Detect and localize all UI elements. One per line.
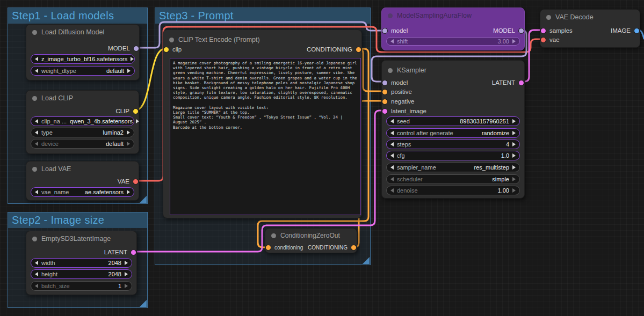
widget-arrow-right-icon[interactable] [512, 142, 516, 146]
clip-input-port[interactable] [163, 47, 169, 53]
samples-input-port[interactable] [540, 28, 546, 34]
conditioning-output-port[interactable] [356, 47, 361, 53]
node-vae-decode[interactable]: VAE Decode samples vae IMAGE [540, 9, 640, 48]
latent-image-input-port[interactable] [382, 108, 388, 114]
widget-clip-name[interactable]: clip_na ... qwen_3_4b.safetensors [31, 116, 134, 126]
widget-arrow-right-icon[interactable] [127, 142, 130, 146]
widget-arrow-right-icon[interactable] [125, 261, 128, 265]
widget-arrow-left-icon[interactable] [390, 188, 394, 193]
widget-arrow-left-icon[interactable] [390, 142, 394, 146]
collapse-dot-icon[interactable] [32, 96, 37, 101]
widget-arrow-left-icon[interactable] [390, 131, 394, 135]
vae-output-port[interactable] [133, 179, 139, 185]
widget-scheduler[interactable]: scheduler simple [386, 174, 520, 184]
latent-output-port[interactable] [518, 80, 524, 86]
output-label: CLIP [115, 108, 129, 114]
widget-arrow-left-icon[interactable] [35, 261, 38, 265]
widget-arrow-left-icon[interactable] [390, 119, 394, 123]
node-title: CLIP Text Encode (Prompt) [178, 36, 260, 43]
widget-arrow-right-icon[interactable] [512, 177, 516, 181]
widget-arrow-left-icon[interactable] [35, 190, 38, 194]
widget-arrow-left-icon[interactable] [35, 284, 38, 288]
widget-arrow-left-icon[interactable] [35, 272, 38, 276]
collapse-dot-icon[interactable] [271, 233, 276, 238]
widget-arrow-right-icon[interactable] [512, 131, 516, 135]
node-title: ConditioningZeroOut [280, 232, 340, 239]
widget-arrow-left-icon[interactable] [390, 165, 394, 170]
clip-output-port[interactable] [133, 108, 139, 114]
widget-shift[interactable]: shift 3.00 [386, 37, 520, 46]
node-ksampler[interactable]: KSampler model positive negative latent_… [381, 60, 525, 199]
widget-arrow-left-icon[interactable] [390, 153, 394, 158]
widget-weight-dtype[interactable]: weight_dtype default [31, 66, 135, 76]
node-empty-sd3-latent-image[interactable]: EmptySD3LatentImage LATENT width 2048 he… [26, 231, 137, 295]
node-editor-canvas[interactable]: Step1 - Load models Step2 - Image size S… [0, 0, 644, 316]
widget-arrow-left-icon[interactable] [35, 57, 38, 61]
output-label: LATENT [492, 79, 515, 86]
output-label: CONDITIONING [307, 46, 352, 53]
widget-height[interactable]: height 2048 [31, 269, 132, 279]
widget-batch-size[interactable]: batch_size 1 [31, 281, 132, 291]
prompt-textarea[interactable]: A magazine cover photography of a smilin… [170, 58, 361, 215]
widget-arrow-right-icon[interactable] [127, 69, 131, 73]
input-label: negative [391, 98, 414, 105]
latent-output-port[interactable] [131, 249, 136, 255]
image-output-port[interactable] [634, 28, 640, 34]
widget-arrow-right-icon[interactable] [131, 57, 134, 61]
widget-arrow-left-icon[interactable] [35, 142, 38, 146]
widget-arrow-left-icon[interactable] [390, 177, 394, 181]
widget-arrow-right-icon[interactable] [136, 119, 139, 123]
widget-type[interactable]: type lumina2 [31, 128, 134, 137]
collapse-dot-icon[interactable] [388, 13, 393, 18]
model-output-port[interactable] [518, 28, 524, 34]
collapse-dot-icon[interactable] [32, 30, 37, 35]
conditioning-input-port[interactable] [265, 245, 271, 251]
widget-arrow-right-icon[interactable] [512, 119, 516, 123]
collapse-dot-icon[interactable] [388, 68, 393, 73]
negative-input-port[interactable] [382, 99, 388, 105]
widget-arrow-right-icon[interactable] [512, 39, 516, 43]
collapse-dot-icon[interactable] [32, 167, 37, 172]
widget-seed[interactable]: seed 898303157960251 [386, 116, 520, 126]
output-label: LATENT [104, 249, 127, 255]
widget-arrow-right-icon[interactable] [127, 190, 130, 194]
widget-arrow-right-icon[interactable] [512, 153, 516, 158]
widget-width[interactable]: width 2048 [31, 258, 132, 268]
widget-unet-name[interactable]: z_image_turbo_bf16.safetensors [31, 54, 135, 64]
widget-denoise[interactable]: denoise 1.00 [386, 186, 520, 195]
widget-control-after-generate[interactable]: control after generate randomize [386, 128, 520, 138]
node-clip-text-encode[interactable]: CLIP Text Encode (Prompt) clip CONDITION… [163, 30, 362, 218]
collapse-dot-icon[interactable] [169, 38, 174, 42]
model-output-port[interactable] [133, 46, 139, 52]
widget-cfg[interactable]: cfg 1.0 [386, 151, 520, 160]
node-title: KSampler [397, 67, 426, 74]
widget-steps[interactable]: steps 4 [386, 139, 520, 149]
vae-input-port[interactable] [540, 37, 546, 43]
widget-arrow-right-icon[interactable] [127, 130, 130, 135]
node-conditioning-zero-out[interactable]: ConditioningZeroOut conditioning CONDITI… [265, 228, 357, 253]
widget-arrow-right-icon[interactable] [125, 284, 128, 288]
node-load-vae[interactable]: Load VAE VAE vae_name ae.safetensors [26, 161, 139, 201]
output-label: IMAGE [611, 27, 631, 34]
node-load-clip[interactable]: Load CLIP CLIP clip_na ... qwen_3_4b.saf… [26, 90, 139, 154]
node-model-sampling-auraflow[interactable]: ModelSamplingAuraFlow model MODEL shift … [381, 8, 525, 50]
widget-arrow-right-icon[interactable] [512, 188, 516, 193]
collapse-dot-icon[interactable] [546, 15, 551, 20]
output-label: MODEL [108, 45, 130, 52]
input-label: vae [549, 36, 560, 43]
widget-arrow-right-icon[interactable] [512, 165, 516, 170]
widget-arrow-right-icon[interactable] [125, 272, 128, 276]
conditioning-output-port[interactable] [351, 245, 357, 251]
widget-arrow-left-icon[interactable] [35, 69, 38, 73]
positive-input-port[interactable] [382, 89, 388, 95]
collapse-dot-icon[interactable] [32, 237, 37, 241]
widget-arrow-left-icon[interactable] [35, 130, 38, 135]
model-input-port[interactable] [382, 80, 388, 86]
widget-vae-name[interactable]: vae_name ae.safetensors [31, 187, 134, 197]
widget-arrow-left-icon[interactable] [390, 39, 394, 43]
model-input-port[interactable] [382, 28, 388, 34]
widget-device[interactable]: device default [31, 139, 134, 149]
node-load-diffusion-model[interactable]: Load Diffusion Model MODEL z_image_turbo… [26, 24, 140, 80]
widget-sampler-name[interactable]: sampler_name res_multistep [386, 163, 520, 172]
widget-arrow-left-icon[interactable] [35, 119, 38, 123]
